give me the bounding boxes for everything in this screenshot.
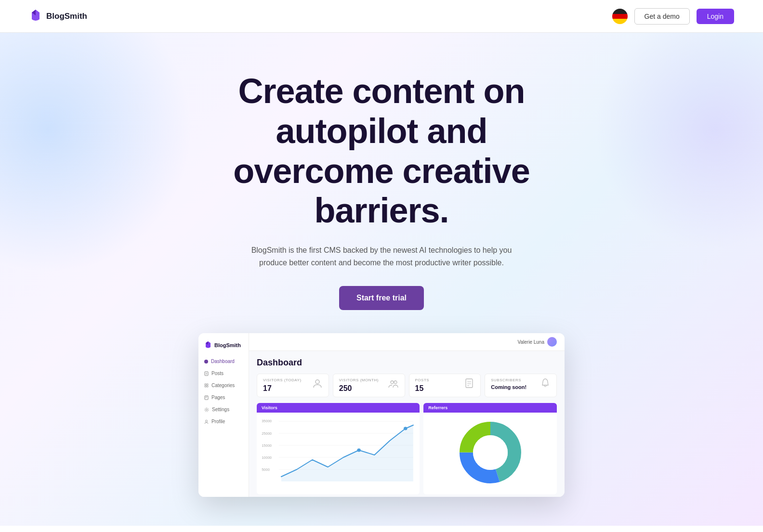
svg-point-34	[404, 427, 408, 430]
svg-point-38	[473, 435, 508, 470]
visitors-chart: Visitors 35000 25000 15000 10000 5000	[257, 403, 420, 494]
svg-rect-8	[205, 386, 206, 387]
stat-label-1: VISITORS (MONTH)	[339, 378, 379, 382]
language-flag-icon[interactable]	[612, 9, 628, 24]
stat-value-3: Coming soon!	[491, 384, 526, 390]
hero-section: Create content on autopilot and overcome…	[0, 33, 763, 526]
svg-rect-0	[612, 9, 628, 14]
visitors-line-chart: 35000 25000 15000 10000 5000	[261, 416, 416, 489]
dashboard-main: Valerie Luna Dashboard VISITORS (TODAY) …	[249, 333, 565, 497]
dashboard-sidebar: BlogSmith Dashboard Posts	[198, 333, 249, 497]
user-avatar	[547, 337, 557, 347]
dashboard-logo-icon	[204, 341, 212, 350]
sidebar-item-dashboard[interactable]: Dashboard	[198, 355, 249, 367]
svg-point-17	[391, 381, 394, 384]
referrers-chart: Referrers	[423, 403, 557, 494]
header: BlogSmith Get a demo Login	[0, 0, 763, 33]
dashboard-username: Valerie Luna	[518, 339, 544, 345]
svg-point-13	[206, 409, 208, 411]
stat-label-3: SUBSCRIBERS	[491, 378, 526, 382]
svg-point-16	[316, 380, 319, 384]
svg-point-14	[205, 408, 209, 412]
get-demo-button[interactable]: Get a demo	[634, 8, 690, 25]
profile-icon	[204, 419, 209, 424]
hero-title: Create content on autopilot and overcome…	[194, 71, 569, 231]
sidebar-pages-label: Pages	[211, 395, 225, 400]
svg-rect-19	[466, 379, 473, 388]
svg-point-18	[394, 381, 397, 384]
document-icon	[204, 371, 209, 376]
hero-subtitle: BlogSmith is the first CMS backed by the…	[242, 244, 521, 269]
stat-value-2: 15	[415, 384, 430, 393]
svg-rect-2	[612, 19, 628, 24]
visitors-chart-body: 35000 25000 15000 10000 5000	[257, 413, 420, 494]
stat-card-posts: POSTS 15	[409, 374, 481, 397]
svg-text:35000: 35000	[262, 419, 272, 424]
svg-rect-1	[612, 14, 628, 19]
stat-label-0: VISITORS (TODAY)	[263, 378, 302, 382]
logo-area: BlogSmith	[29, 9, 87, 24]
dashboard-topbar: Valerie Luna	[249, 333, 565, 351]
dashboard-logo-text: BlogSmith	[214, 342, 241, 348]
svg-text:25000: 25000	[262, 432, 272, 436]
stats-row: VISITORS (TODAY) 17 VISITORS (MONTH	[257, 374, 557, 397]
dashboard-title: Dashboard	[257, 358, 557, 368]
sidebar-settings-label: Settings	[212, 407, 229, 412]
dashboard-logo: BlogSmith	[198, 339, 249, 355]
svg-point-33	[357, 449, 361, 452]
pages-icon	[204, 395, 209, 400]
dashboard-content: Dashboard VISITORS (TODAY) 17	[249, 351, 565, 497]
svg-text:10000: 10000	[262, 456, 272, 460]
svg-rect-6	[205, 384, 206, 385]
stat-card-subscribers: SUBSCRIBERS Coming soon!	[485, 374, 557, 397]
svg-text:15000: 15000	[262, 444, 272, 448]
logo-text: BlogSmith	[46, 12, 87, 21]
stat-card-visitors-today: VISITORS (TODAY) 17	[257, 374, 329, 397]
visitors-chart-header: Visitors	[257, 403, 420, 413]
charts-row: Visitors 35000 25000 15000 10000 5000	[257, 403, 557, 494]
grid-icon	[204, 383, 209, 388]
dashboard-preview: BlogSmith Dashboard Posts	[198, 333, 565, 497]
sidebar-item-categories[interactable]: Categories	[198, 379, 249, 391]
login-button[interactable]: Login	[697, 9, 734, 24]
dashboard-user: Valerie Luna	[518, 337, 557, 347]
stat-value-1: 250	[339, 384, 379, 393]
donut-chart-container	[427, 416, 553, 489]
settings-icon	[204, 407, 209, 412]
sidebar-item-posts[interactable]: Posts	[198, 367, 249, 379]
sidebar-dashboard-label: Dashboard	[211, 359, 235, 364]
svg-rect-9	[207, 386, 208, 387]
sidebar-item-pages[interactable]: Pages	[198, 391, 249, 403]
header-right: Get a demo Login	[612, 8, 734, 25]
dashboard-dot-icon	[204, 360, 208, 363]
stat-card-visitors-month: VISITORS (MONTH) 250	[333, 374, 405, 397]
sidebar-item-settings[interactable]: Settings	[198, 403, 249, 415]
sidebar-categories-label: Categories	[211, 383, 235, 388]
svg-rect-3	[205, 372, 208, 376]
start-free-trial-button[interactable]: Start free trial	[339, 286, 424, 310]
svg-rect-7	[207, 384, 208, 385]
referrers-chart-header: Referrers	[423, 403, 557, 413]
stat-label-2: POSTS	[415, 378, 430, 382]
stat-value-0: 17	[263, 384, 302, 393]
donut-chart	[457, 419, 524, 486]
post-document-icon	[464, 378, 474, 389]
svg-point-15	[206, 420, 208, 422]
bell-icon	[540, 378, 551, 389]
sidebar-profile-label: Profile	[211, 419, 225, 424]
sidebar-item-profile[interactable]: Profile	[198, 415, 249, 428]
sidebar-posts-label: Posts	[211, 371, 224, 376]
blogsmith-logo-icon	[29, 9, 42, 24]
person-icon	[312, 378, 323, 389]
group-icon	[388, 378, 399, 389]
svg-text:5000: 5000	[262, 468, 270, 472]
referrers-chart-body	[423, 413, 557, 494]
